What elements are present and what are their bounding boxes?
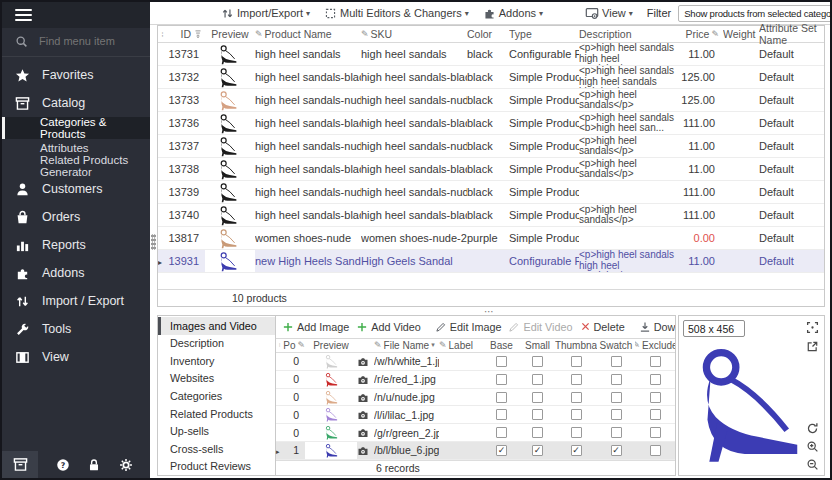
product-row[interactable]: ▸ 13931 new High Heels Sandals High Geel… xyxy=(158,250,824,273)
horizontal-splitter[interactable]: ⋯ xyxy=(150,307,830,315)
swatch-checkbox[interactable] xyxy=(611,374,622,385)
tab-websites[interactable]: Websites xyxy=(158,370,275,388)
column-header-swatch[interactable]: Swatch xyxy=(597,340,635,351)
thumbnail-checkbox[interactable] xyxy=(571,427,582,438)
small-checkbox[interactable] xyxy=(532,374,543,385)
base-checkbox[interactable] xyxy=(496,427,507,438)
download-image-button[interactable]: Download Image xyxy=(639,321,675,333)
sidebar-item-tools[interactable]: Tools xyxy=(2,315,150,343)
exclude-checkbox[interactable] xyxy=(650,427,661,438)
swatch-checkbox[interactable] xyxy=(611,445,622,456)
column-header-name[interactable]: ✎Product Name xyxy=(255,28,361,40)
product-row[interactable]: ▸ 13732 high heel sandals-black high hee… xyxy=(158,66,824,89)
swatch-checkbox[interactable] xyxy=(611,392,622,403)
zoom-out-icon[interactable] xyxy=(806,458,819,471)
sidebar-item-view[interactable]: View xyxy=(2,343,150,371)
column-header-file-name[interactable]: ✎File Name▾ xyxy=(374,340,439,351)
exclude-checkbox[interactable] xyxy=(650,374,661,385)
menu-search-input[interactable] xyxy=(37,34,137,48)
image-size-input[interactable] xyxy=(683,320,745,337)
tab-description[interactable]: Description xyxy=(158,335,275,353)
product-row[interactable]: ▸ 13740 high heel sandals-black-38 high … xyxy=(158,204,824,227)
base-checkbox[interactable] xyxy=(496,445,507,456)
tab-cross-sells[interactable]: Cross-sells xyxy=(158,440,275,458)
tab-related-products[interactable]: Related Products xyxy=(158,405,275,423)
rotate-icon[interactable] xyxy=(806,422,819,435)
column-header-description[interactable]: Description xyxy=(579,28,679,40)
addons-button[interactable]: Addons▾ xyxy=(483,7,543,20)
help-icon[interactable] xyxy=(56,458,70,472)
external-link-icon[interactable] xyxy=(806,340,819,353)
tab-product-reviews[interactable]: Product Reviews xyxy=(158,458,275,476)
small-checkbox[interactable] xyxy=(532,445,543,456)
product-row[interactable]: ▸ 13736 high heel sandals-black-36 high … xyxy=(158,112,824,135)
column-header-type[interactable]: Type xyxy=(509,28,579,40)
media-row[interactable]: ▸ 0 /r/e/red_1.jpg xyxy=(276,371,675,389)
thumbnail-checkbox[interactable] xyxy=(571,356,582,367)
add-image-button[interactable]: Add Image xyxy=(282,321,349,333)
sidebar-item-categories-products[interactable]: Categories & Products xyxy=(2,117,150,139)
product-row[interactable]: ▸ 13731 high heel sandals high heel sand… xyxy=(158,43,824,66)
column-header-small[interactable]: Small xyxy=(520,340,555,351)
exclude-checkbox[interactable] xyxy=(650,445,661,456)
small-checkbox[interactable] xyxy=(532,392,543,403)
column-header-label[interactable]: ✎Label xyxy=(439,340,483,351)
add-video-button[interactable]: Add Video xyxy=(356,321,421,333)
product-row[interactable]: ▸ 13739 high heel sandals-nude-37 high h… xyxy=(158,181,824,204)
column-header-price[interactable]: Price✎ xyxy=(679,28,723,40)
product-row[interactable]: ▸ 13738 high heel sandals-black-37 high … xyxy=(158,158,824,181)
base-checkbox[interactable] xyxy=(496,409,507,420)
column-header-position[interactable]: Po✎ xyxy=(283,340,305,351)
column-header-base[interactable]: Base xyxy=(483,340,520,351)
sidebar-item-import-export[interactable]: Import / Export xyxy=(2,287,150,315)
tab-inventory[interactable]: Inventory xyxy=(158,352,275,370)
lock-icon[interactable] xyxy=(87,458,101,472)
edit-video-button[interactable]: Edit Video xyxy=(508,321,572,333)
sidebar-item-orders[interactable]: Orders xyxy=(2,203,150,231)
tab-up-sells[interactable]: Up-sells xyxy=(158,422,275,440)
zoom-in-icon[interactable] xyxy=(806,440,819,453)
sidebar-item-favorites[interactable]: Favorites xyxy=(2,61,150,89)
column-header-thumbnail[interactable]: Thumbna xyxy=(555,340,597,351)
tab-categories[interactable]: Categories xyxy=(158,387,275,405)
media-row[interactable]: ▸ 0 /l/i/lilac_1.jpg xyxy=(276,406,675,424)
media-row[interactable]: ▸ 0 /n/u/nude.jpg xyxy=(276,389,675,407)
menu-icon[interactable] xyxy=(15,6,32,24)
sidebar-item-reports[interactable]: Reports xyxy=(2,231,150,259)
tab-images-and-video[interactable]: Images and Video xyxy=(158,317,275,335)
settings-gear-icon[interactable] xyxy=(119,458,133,472)
exclude-checkbox[interactable] xyxy=(650,356,661,367)
multi-editors-button[interactable]: Multi Editors & Changers▾ xyxy=(324,7,469,20)
exclude-checkbox[interactable] xyxy=(650,392,661,403)
base-checkbox[interactable] xyxy=(496,374,507,385)
exclude-checkbox[interactable] xyxy=(650,409,661,420)
swatch-checkbox[interactable] xyxy=(611,356,622,367)
sidebar-item-related-products-generator[interactable]: Related Products Generator xyxy=(2,157,150,175)
base-checkbox[interactable] xyxy=(496,392,507,403)
media-row[interactable]: ▸ 0 /g/r/green_2.jpg xyxy=(276,424,675,442)
swatch-checkbox[interactable] xyxy=(611,409,622,420)
column-header-preview[interactable]: Preview xyxy=(305,340,357,351)
column-header-weight[interactable]: Weight xyxy=(723,28,759,40)
sidebar-item-addons[interactable]: Addons xyxy=(2,259,150,287)
column-header-exclude[interactable]: ✎Exclude xyxy=(635,340,675,351)
product-row[interactable]: ▸ 13817 women shoes-nude women shoes-nud… xyxy=(158,227,824,250)
small-checkbox[interactable] xyxy=(532,409,543,420)
product-row[interactable]: ▸ 13733 high heel sandals-nude high heel… xyxy=(158,89,824,112)
view-button[interactable]: View▾ xyxy=(585,6,633,20)
import-export-button[interactable]: Import/Export▾ xyxy=(221,7,310,20)
small-checkbox[interactable] xyxy=(532,356,543,367)
media-row[interactable]: ▸ 0 /w/h/white_1.jpg xyxy=(276,353,675,371)
thumbnail-checkbox[interactable] xyxy=(571,392,582,403)
thumbnail-checkbox[interactable] xyxy=(571,445,582,456)
sidebar-item-customers[interactable]: Customers xyxy=(2,175,150,203)
swatch-checkbox[interactable] xyxy=(611,427,622,438)
fullscreen-icon[interactable] xyxy=(806,321,819,334)
column-header-preview[interactable]: Preview xyxy=(205,28,255,40)
edit-image-button[interactable]: Edit Image xyxy=(435,321,502,333)
small-checkbox[interactable] xyxy=(532,427,543,438)
product-row[interactable]: ▸ 13737 high heel sandals-nude-36 high h… xyxy=(158,135,824,158)
delete-image-button[interactable]: Delete xyxy=(580,321,625,333)
sidebar-resize-handle[interactable] xyxy=(151,234,156,250)
column-header-sku[interactable]: ✎SKU xyxy=(361,28,467,40)
